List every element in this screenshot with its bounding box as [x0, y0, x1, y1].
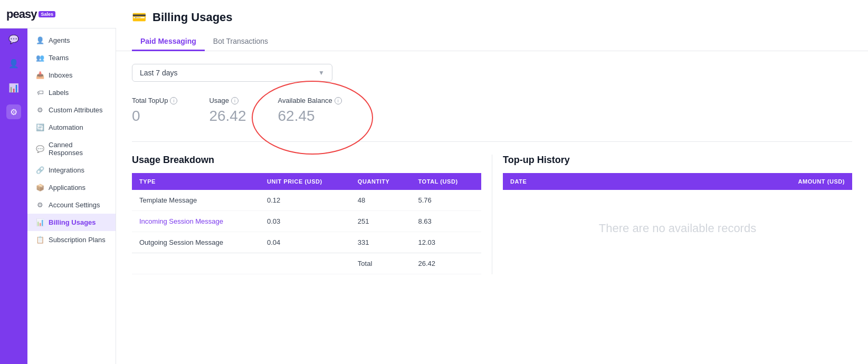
settings-nav-icon[interactable]: ⚙: [6, 104, 21, 119]
page-title-row: 💳 Billing Usages: [132, 11, 852, 24]
page-title: Billing Usages: [152, 11, 233, 24]
labels-icon: 🏷: [36, 89, 44, 97]
row-total-template: 5.76: [411, 190, 481, 211]
col-type: TYPE: [132, 173, 260, 190]
sidebar: peasy Sales 👤 Agents 👥 Teams 📥 Inboxes 🏷…: [27, 0, 116, 364]
subscription-icon: 📋: [36, 236, 44, 244]
custom-attr-icon: ⚙: [36, 106, 44, 114]
row-total-outgoing: 12.03: [411, 232, 481, 253]
col-quantity: QUANTITY: [350, 173, 411, 190]
sidebar-item-billing-usages[interactable]: 📊 Billing Usages: [27, 214, 116, 231]
logo-text: peasy: [27, 7, 36, 21]
total-label: Total: [350, 253, 411, 274]
canned-icon: 💬: [36, 145, 44, 153]
total-topup-info-icon: i: [170, 97, 177, 104]
usage-table: TYPE UNIT PRICE (USD) QUANTITY TOTAL (US…: [132, 173, 481, 274]
chat-nav-icon[interactable]: 💬: [6, 32, 21, 46]
row-type-outgoing: Outgoing Session Message: [132, 232, 260, 253]
topup-history-section: Top-up History DATE AMOUNT (USD) There a…: [492, 155, 852, 274]
sidebar-item-agents[interactable]: 👤 Agents: [27, 32, 116, 49]
row-type-template: Template Message: [132, 190, 260, 211]
integrations-icon: 🔗: [36, 166, 44, 174]
table-row: Outgoing Session Message 0.04 331 12.03: [132, 232, 481, 253]
tab-bot-transactions[interactable]: Bot Transactions: [205, 33, 276, 51]
table-row: Incoming Session Message 0.03 251 8.63: [132, 211, 481, 232]
topup-header-row: DATE AMOUNT (USD): [503, 173, 852, 190]
row-total-incoming: 8.63: [411, 211, 481, 232]
filter-row: Last 7 days ▼: [132, 64, 852, 82]
logo-area: peasy Sales: [27, 0, 116, 28]
main-content: 💳 Billing Usages Paid Messaging Bot Tran…: [116, 0, 868, 364]
table-total-row: Total 26.42: [132, 253, 481, 274]
col-unit-price: UNIT PRICE (USD): [260, 173, 350, 190]
row-price-outgoing: 0.04: [260, 232, 350, 253]
sidebar-item-inboxes[interactable]: 📥 Inboxes: [27, 66, 116, 84]
usage-breakdown-title: Usage Breakdown: [132, 155, 481, 166]
sidebar-item-integrations[interactable]: 🔗 Integrations: [27, 161, 116, 179]
sidebar-label-canned-responses: Canned Responses: [49, 141, 107, 157]
row-qty-template: 48: [350, 190, 411, 211]
sidebar-label-labels: Labels: [49, 89, 69, 97]
usage-table-wrapper: TYPE UNIT PRICE (USD) QUANTITY TOTAL (US…: [132, 173, 481, 274]
row-qty-outgoing: 331: [350, 232, 411, 253]
sidebar-label-agents: Agents: [49, 36, 70, 44]
table-row: Template Message 0.12 48 5.76: [132, 190, 481, 211]
row-price-template: 0.12: [260, 190, 350, 211]
total-label-col1: [132, 253, 260, 274]
total-value: 26.42: [411, 253, 481, 274]
sidebar-label-integrations: Integrations: [49, 166, 84, 174]
sidebar-item-subscription-plans[interactable]: 📋 Subscription Plans: [27, 231, 116, 248]
sidebar-label-billing-usages: Billing Usages: [49, 218, 96, 226]
usage-info-icon: i: [231, 97, 239, 104]
billing-icon: 📊: [36, 218, 44, 226]
dropdown-label: Last 7 days: [140, 69, 178, 77]
sidebar-label-inboxes: Inboxes: [49, 71, 73, 79]
tab-paid-messaging[interactable]: Paid Messaging: [132, 33, 205, 51]
no-records-text: There are no available records: [503, 190, 852, 267]
teams-icon: 👥: [36, 54, 44, 62]
date-range-dropdown[interactable]: Last 7 days ▼: [132, 64, 332, 82]
available-balance-label: Available Balance i: [278, 97, 342, 104]
main-header: 💳 Billing Usages Paid Messaging Bot Tran…: [116, 0, 868, 51]
topup-history-title: Top-up History: [503, 155, 852, 166]
stats-row: Total TopUp i 0 Usage i 26.42 Available …: [132, 97, 852, 124]
sidebar-label-teams: Teams: [49, 54, 69, 62]
sidebar-item-labels[interactable]: 🏷 Labels: [27, 84, 116, 101]
usage-stat: Usage i 26.42: [209, 97, 246, 124]
row-qty-incoming: 251: [350, 211, 411, 232]
sidebar-label-account-settings: Account Settings: [49, 201, 100, 209]
total-topup-label: Total TopUp i: [132, 97, 177, 104]
sidebar-item-account-settings[interactable]: ⚙ Account Settings: [27, 196, 116, 214]
sidebar-item-custom-attributes[interactable]: ⚙ Custom Attributes: [27, 101, 116, 119]
main-body: Last 7 days ▼ Total TopUp i 0 Usage i 26…: [116, 51, 868, 364]
total-topup-value: 0: [132, 108, 177, 124]
page-title-icon: 💳: [132, 11, 146, 24]
agents-icon: 👤: [36, 36, 44, 44]
logo-badge: Sales: [39, 11, 55, 17]
usage-label: Usage i: [209, 97, 246, 104]
available-balance-value: 62.45: [278, 108, 342, 124]
total-topup-stat: Total TopUp i 0: [132, 97, 177, 124]
sidebar-item-teams[interactable]: 👥 Teams: [27, 49, 116, 66]
row-price-incoming: 0.03: [260, 211, 350, 232]
available-balance-stat: Available Balance i 62.45: [278, 97, 342, 124]
sidebar-item-applications[interactable]: 📦 Applications: [27, 179, 116, 196]
usage-table-header-row: TYPE UNIT PRICE (USD) QUANTITY TOTAL (US…: [132, 173, 481, 190]
contacts-nav-icon[interactable]: 👤: [6, 56, 21, 71]
col-total: TOTAL (USD): [411, 173, 481, 190]
total-label-col2: [260, 253, 350, 274]
sidebar-label-subscription-plans: Subscription Plans: [49, 236, 106, 244]
reports-nav-icon[interactable]: 📊: [6, 80, 21, 95]
automation-icon: 🔄: [36, 123, 44, 131]
usage-breakdown-section: Usage Breakdown TYPE UNIT PRICE (USD) QU…: [132, 155, 492, 274]
sidebar-label-custom-attributes: Custom Attributes: [49, 106, 103, 114]
sidebar-label-automation: Automation: [49, 123, 83, 131]
tabs: Paid Messaging Bot Transactions: [132, 33, 852, 51]
topup-no-records-row: There are no available records: [503, 190, 852, 267]
topup-col-amount: AMOUNT (USD): [621, 173, 852, 190]
usage-value: 26.42: [209, 108, 246, 124]
sidebar-item-automation[interactable]: 🔄 Automation: [27, 119, 116, 136]
sidebar-item-canned-responses[interactable]: 💬 Canned Responses: [27, 136, 116, 161]
account-settings-icon: ⚙: [36, 201, 44, 209]
topup-col-date: DATE: [503, 173, 621, 190]
